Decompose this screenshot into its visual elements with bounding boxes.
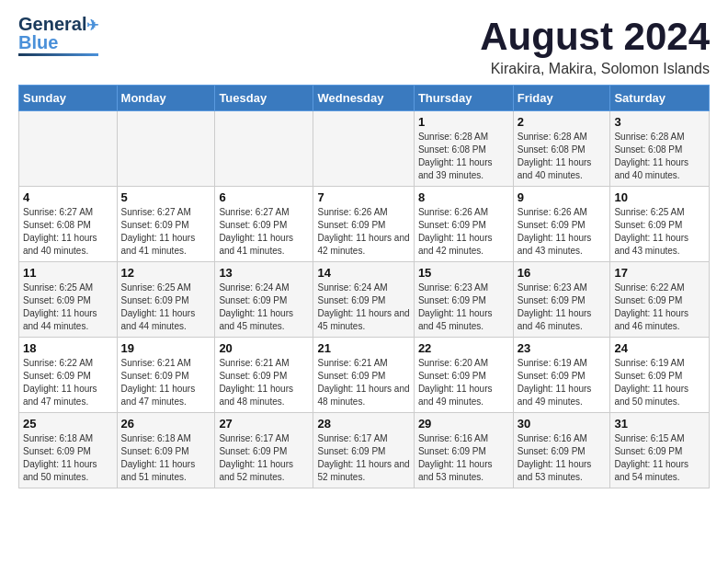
subtitle: Kirakira, Makira, Solomon Islands xyxy=(480,61,710,77)
weekday-header-friday: Friday xyxy=(513,86,610,111)
day-info: Sunrise: 6:21 AMSunset: 6:09 PMDaylight:… xyxy=(317,357,409,408)
calendar-table: SundayMondayTuesdayWednesdayThursdayFrid… xyxy=(18,85,710,488)
day-number: 1 xyxy=(418,115,509,129)
day-info: Sunrise: 6:23 AMSunset: 6:09 PMDaylight:… xyxy=(518,282,607,333)
header: General✈ Blue August 2024 Kirakira, Maki… xyxy=(18,15,710,77)
calendar-cell: 19 Sunrise: 6:21 AMSunset: 6:09 PMDaylig… xyxy=(117,338,215,413)
day-number: 26 xyxy=(121,417,211,431)
calendar-cell: 13 Sunrise: 6:24 AMSunset: 6:09 PMDaylig… xyxy=(215,262,313,338)
calendar-cell: 6 Sunrise: 6:27 AMSunset: 6:09 PMDayligh… xyxy=(215,187,313,262)
logo: General✈ Blue xyxy=(18,15,98,56)
weekday-header-thursday: Thursday xyxy=(414,86,513,111)
calendar-cell: 23 Sunrise: 6:19 AMSunset: 6:09 PMDaylig… xyxy=(513,338,610,413)
day-info: Sunrise: 6:25 AMSunset: 6:09 PMDaylight:… xyxy=(614,206,705,258)
day-number: 5 xyxy=(121,190,211,204)
day-info: Sunrise: 6:25 AMSunset: 6:09 PMDaylight:… xyxy=(23,282,113,333)
day-number: 21 xyxy=(317,341,409,355)
calendar-cell: 20 Sunrise: 6:21 AMSunset: 6:09 PMDaylig… xyxy=(215,338,313,413)
calendar-cell: 28 Sunrise: 6:17 AMSunset: 6:09 PMDaylig… xyxy=(313,413,414,488)
day-number: 24 xyxy=(614,341,705,355)
day-number: 7 xyxy=(317,190,409,204)
calendar-week-5: 25 Sunrise: 6:18 AMSunset: 6:09 PMDaylig… xyxy=(19,413,710,488)
day-number: 2 xyxy=(518,115,607,129)
calendar-cell: 3 Sunrise: 6:28 AMSunset: 6:08 PMDayligh… xyxy=(610,111,710,187)
day-number: 14 xyxy=(317,266,409,280)
calendar-cell: 10 Sunrise: 6:25 AMSunset: 6:09 PMDaylig… xyxy=(610,187,710,262)
day-info: Sunrise: 6:19 AMSunset: 6:09 PMDaylight:… xyxy=(518,357,607,408)
calendar-cell: 18 Sunrise: 6:22 AMSunset: 6:09 PMDaylig… xyxy=(19,338,118,413)
calendar-cell: 27 Sunrise: 6:17 AMSunset: 6:09 PMDaylig… xyxy=(215,413,313,488)
logo-general: General xyxy=(18,14,86,34)
calendar-cell: 26 Sunrise: 6:18 AMSunset: 6:09 PMDaylig… xyxy=(117,413,215,488)
day-info: Sunrise: 6:24 AMSunset: 6:09 PMDaylight:… xyxy=(219,282,309,333)
calendar-header: SundayMondayTuesdayWednesdayThursdayFrid… xyxy=(19,86,710,111)
day-info: Sunrise: 6:22 AMSunset: 6:09 PMDaylight:… xyxy=(614,282,705,333)
day-number: 20 xyxy=(219,341,309,355)
calendar-cell: 4 Sunrise: 6:27 AMSunset: 6:08 PMDayligh… xyxy=(19,187,118,262)
day-info: Sunrise: 6:17 AMSunset: 6:09 PMDaylight:… xyxy=(219,432,309,484)
day-number: 23 xyxy=(518,341,607,355)
day-number: 27 xyxy=(219,417,309,431)
day-number: 10 xyxy=(614,190,705,204)
calendar-cell: 7 Sunrise: 6:26 AMSunset: 6:09 PMDayligh… xyxy=(313,187,414,262)
calendar-cell xyxy=(215,111,313,187)
weekday-header-tuesday: Tuesday xyxy=(215,86,313,111)
calendar-cell xyxy=(19,111,118,187)
day-info: Sunrise: 6:15 AMSunset: 6:09 PMDaylight:… xyxy=(614,432,705,484)
calendar-cell: 2 Sunrise: 6:28 AMSunset: 6:08 PMDayligh… xyxy=(513,111,610,187)
logo-blue: Blue xyxy=(18,33,58,52)
day-info: Sunrise: 6:24 AMSunset: 6:09 PMDaylight:… xyxy=(317,282,409,333)
calendar-cell: 25 Sunrise: 6:18 AMSunset: 6:09 PMDaylig… xyxy=(19,413,118,488)
day-info: Sunrise: 6:28 AMSunset: 6:08 PMDaylight:… xyxy=(418,131,509,182)
day-number: 31 xyxy=(614,417,705,431)
day-number: 29 xyxy=(418,417,509,431)
day-info: Sunrise: 6:17 AMSunset: 6:09 PMDaylight:… xyxy=(317,432,409,484)
day-info: Sunrise: 6:28 AMSunset: 6:08 PMDaylight:… xyxy=(614,131,705,182)
day-number: 11 xyxy=(23,266,113,280)
calendar-cell: 22 Sunrise: 6:20 AMSunset: 6:09 PMDaylig… xyxy=(414,338,513,413)
day-info: Sunrise: 6:18 AMSunset: 6:09 PMDaylight:… xyxy=(121,432,211,484)
title-section: August 2024 Kirakira, Makira, Solomon Is… xyxy=(480,15,710,77)
calendar-cell: 21 Sunrise: 6:21 AMSunset: 6:09 PMDaylig… xyxy=(313,338,414,413)
weekday-row: SundayMondayTuesdayWednesdayThursdayFrid… xyxy=(19,86,710,111)
calendar-cell: 15 Sunrise: 6:23 AMSunset: 6:09 PMDaylig… xyxy=(414,262,513,338)
day-info: Sunrise: 6:25 AMSunset: 6:09 PMDaylight:… xyxy=(121,282,211,333)
day-info: Sunrise: 6:27 AMSunset: 6:09 PMDaylight:… xyxy=(219,206,309,258)
logo-bird-icon: ✈ xyxy=(86,17,98,33)
day-info: Sunrise: 6:18 AMSunset: 6:09 PMDaylight:… xyxy=(23,432,113,484)
logo-underline xyxy=(18,53,98,56)
day-number: 28 xyxy=(317,417,409,431)
calendar-cell: 8 Sunrise: 6:26 AMSunset: 6:09 PMDayligh… xyxy=(414,187,513,262)
calendar-cell: 16 Sunrise: 6:23 AMSunset: 6:09 PMDaylig… xyxy=(513,262,610,338)
calendar-week-4: 18 Sunrise: 6:22 AMSunset: 6:09 PMDaylig… xyxy=(19,338,710,413)
weekday-header-saturday: Saturday xyxy=(610,86,710,111)
day-number: 13 xyxy=(219,266,309,280)
day-info: Sunrise: 6:21 AMSunset: 6:09 PMDaylight:… xyxy=(219,357,309,408)
day-info: Sunrise: 6:22 AMSunset: 6:09 PMDaylight:… xyxy=(23,357,113,408)
calendar-cell xyxy=(117,111,215,187)
calendar-week-3: 11 Sunrise: 6:25 AMSunset: 6:09 PMDaylig… xyxy=(19,262,710,338)
calendar-week-2: 4 Sunrise: 6:27 AMSunset: 6:08 PMDayligh… xyxy=(19,187,710,262)
day-number: 12 xyxy=(121,266,211,280)
day-info: Sunrise: 6:26 AMSunset: 6:09 PMDaylight:… xyxy=(418,206,509,258)
day-number: 25 xyxy=(23,417,113,431)
calendar-cell: 14 Sunrise: 6:24 AMSunset: 6:09 PMDaylig… xyxy=(313,262,414,338)
day-number: 22 xyxy=(418,341,509,355)
calendar-cell: 24 Sunrise: 6:19 AMSunset: 6:09 PMDaylig… xyxy=(610,338,710,413)
weekday-header-wednesday: Wednesday xyxy=(313,86,414,111)
day-number: 6 xyxy=(219,190,309,204)
day-number: 30 xyxy=(518,417,607,431)
day-number: 18 xyxy=(23,341,113,355)
day-number: 8 xyxy=(418,190,509,204)
day-info: Sunrise: 6:26 AMSunset: 6:09 PMDaylight:… xyxy=(317,206,409,258)
day-info: Sunrise: 6:27 AMSunset: 6:08 PMDaylight:… xyxy=(23,206,113,258)
day-number: 17 xyxy=(614,266,705,280)
main-title: August 2024 xyxy=(480,15,710,59)
day-number: 3 xyxy=(614,115,705,129)
calendar-cell: 1 Sunrise: 6:28 AMSunset: 6:08 PMDayligh… xyxy=(414,111,513,187)
weekday-header-monday: Monday xyxy=(117,86,215,111)
day-info: Sunrise: 6:20 AMSunset: 6:09 PMDaylight:… xyxy=(418,357,509,408)
calendar-cell: 29 Sunrise: 6:16 AMSunset: 6:09 PMDaylig… xyxy=(414,413,513,488)
calendar-cell: 11 Sunrise: 6:25 AMSunset: 6:09 PMDaylig… xyxy=(19,262,118,338)
calendar-cell: 31 Sunrise: 6:15 AMSunset: 6:09 PMDaylig… xyxy=(610,413,710,488)
